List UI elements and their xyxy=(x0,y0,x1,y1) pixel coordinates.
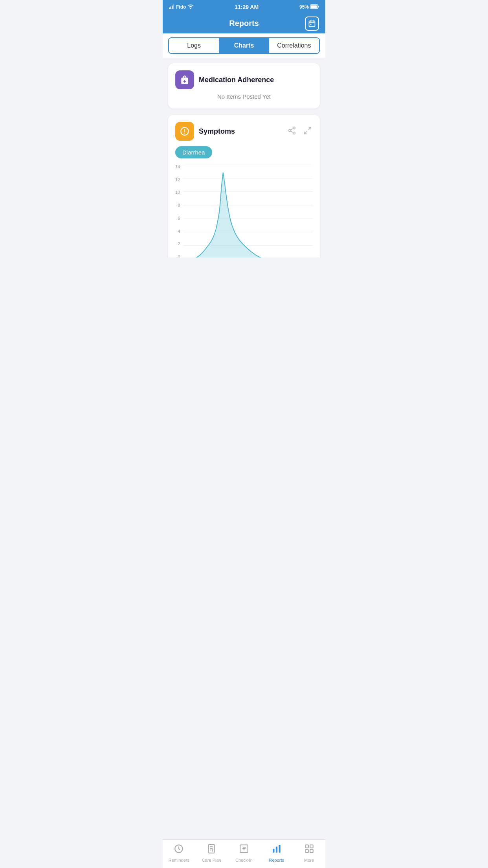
svg-rect-3 xyxy=(173,4,174,9)
svg-point-12 xyxy=(293,127,295,129)
svg-line-17 xyxy=(308,127,311,129)
svg-rect-2 xyxy=(172,6,173,9)
svg-rect-0 xyxy=(169,7,170,9)
svg-point-13 xyxy=(289,129,291,132)
symptoms-chart: 14 12 10 8 6 4 2 0 xyxy=(175,165,313,257)
y-label-2: 2 xyxy=(178,242,180,246)
status-left: Fido xyxy=(169,4,194,10)
svg-rect-1 xyxy=(171,6,172,9)
svg-rect-5 xyxy=(311,5,317,8)
medication-icon xyxy=(175,70,194,89)
symptoms-card-title: Symptoms xyxy=(199,127,282,136)
symptom-tags: Diarrhea xyxy=(175,146,313,158)
symptoms-icon xyxy=(175,122,194,141)
svg-line-18 xyxy=(305,131,307,133)
y-label-10: 10 xyxy=(175,190,180,195)
main-content: Medication Adherence No Items Posted Yet… xyxy=(163,58,325,257)
y-label-14: 14 xyxy=(175,165,180,169)
svg-rect-7 xyxy=(309,21,315,26)
tabs: Logs Charts Correlations xyxy=(168,37,320,54)
page-title: Reports xyxy=(229,19,259,28)
svg-rect-6 xyxy=(318,6,319,7)
calendar-button[interactable] xyxy=(305,17,319,31)
tab-correlations[interactable]: Correlations xyxy=(269,38,319,53)
y-label-4: 4 xyxy=(178,229,180,234)
symptoms-card-actions xyxy=(287,125,313,138)
carrier-label: Fido xyxy=(176,4,186,10)
status-bar: Fido 11:29 AM 95% xyxy=(163,0,325,14)
symptoms-card-header: Symptoms xyxy=(175,122,313,141)
battery-icon xyxy=(310,4,319,10)
medication-empty-message: No Items Posted Yet xyxy=(175,89,313,101)
page-header: Reports xyxy=(163,14,325,33)
y-label-8: 8 xyxy=(178,203,180,208)
status-right: 95% xyxy=(299,4,319,10)
tab-charts[interactable]: Charts xyxy=(219,38,269,53)
y-axis: 14 12 10 8 6 4 2 0 xyxy=(175,165,183,257)
medication-card-title: Medication Adherence xyxy=(199,76,313,84)
svg-point-14 xyxy=(293,132,295,134)
chart-svg-wrap xyxy=(183,165,313,257)
svg-rect-11 xyxy=(310,24,312,25)
y-label-12: 12 xyxy=(175,178,180,182)
svg-line-15 xyxy=(291,131,293,132)
symptom-tag-diarrhea[interactable]: Diarrhea xyxy=(175,146,212,158)
symptoms-card: Symptoms xyxy=(168,115,320,257)
medication-card-header: Medication Adherence xyxy=(175,70,313,89)
expand-button[interactable] xyxy=(303,125,313,138)
y-label-0: 0 xyxy=(178,255,180,257)
wifi-icon xyxy=(187,4,194,10)
y-label-6: 6 xyxy=(178,216,180,221)
medication-adherence-card: Medication Adherence No Items Posted Yet xyxy=(168,63,320,108)
battery-percent: 95% xyxy=(299,4,309,10)
status-time: 11:29 AM xyxy=(235,4,259,10)
signal-icon xyxy=(169,4,174,10)
share-button[interactable] xyxy=(287,125,297,138)
chart-area: 14 12 10 8 6 4 2 0 xyxy=(175,165,313,257)
svg-line-16 xyxy=(291,128,293,130)
tab-logs[interactable]: Logs xyxy=(169,38,219,53)
tabs-container: Logs Charts Correlations xyxy=(163,33,325,58)
